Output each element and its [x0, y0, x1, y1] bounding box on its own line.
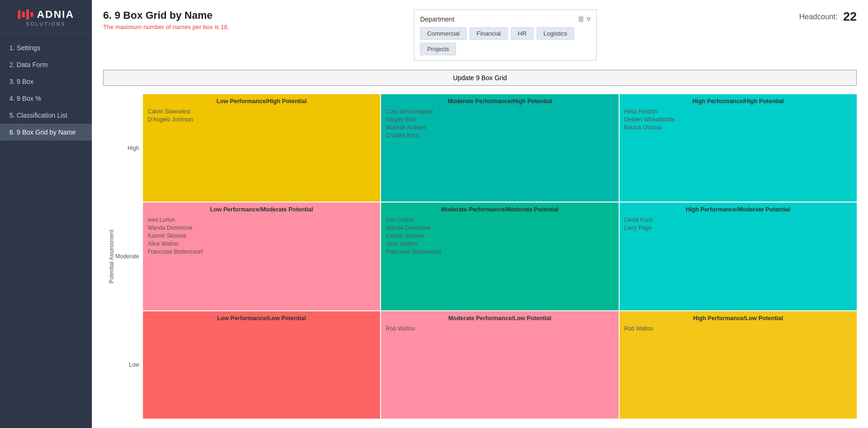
cell-title-low-perf-mod-pot: Low Performance/Moderate Potential	[148, 206, 375, 213]
cell-name: Barack Obama	[624, 124, 852, 131]
cell-title-mod-perf-low-pot: Moderate Performance/Low Potential	[386, 315, 614, 322]
cell-title-high-perf-high-pot: High Performance/High Potential	[624, 98, 852, 105]
y-label-low: Low	[117, 310, 143, 419]
logo-text: ADNIA	[37, 8, 75, 21]
dept-filter-header: Department ≣ ▿	[420, 15, 591, 23]
update-button[interactable]: Update 9 Box Grid	[103, 70, 857, 86]
grid-cell-high-perf-low-pot: High Performance/Low PotentialRob Walton	[620, 311, 857, 419]
cell-name: Francoise Bettencourt	[386, 248, 614, 255]
headcount-label: Headcount:	[799, 13, 838, 21]
sidebar-item-data-form[interactable]: 2. Data Form	[0, 56, 92, 73]
logo-area: ADNIA SOLUTIONS	[0, 0, 92, 34]
cell-name: Sergey Brin	[386, 116, 614, 123]
cell-name: Delbert Whealbiddle	[624, 116, 852, 123]
cell-name: Ives Lurlun	[386, 217, 614, 223]
logo-sub: SOLUTIONS	[26, 22, 66, 27]
cell-name: Kasmir Skisove	[386, 233, 614, 239]
sidebar-item-9box-name[interactable]: 6. 9 Box Grid by Name	[0, 124, 92, 141]
page-title: 6. 9 Box Grid by Name	[103, 9, 229, 22]
filter-icons: ≣ ▿	[578, 15, 591, 23]
cell-title-high-perf-mod-pot: High Performance/Moderate Potential	[624, 206, 852, 213]
cell-name: Calvin Skeewlest	[148, 108, 375, 115]
dept-tags: CommercialFinancialHRLogisticsProjects	[420, 27, 591, 55]
cell-title-mod-perf-high-pot: Moderate Performance/High Potential	[386, 98, 614, 105]
grid-cell-high-perf-mod-pot: High Performance/Moderate PotentialDavid…	[620, 203, 857, 310]
headcount-value: 22	[843, 9, 857, 24]
dept-filter-label: Department	[420, 15, 454, 23]
cell-name: Alice Walton	[148, 240, 375, 247]
grid-cell-low-perf-low-pot: Low Performance/Low Potential	[143, 311, 380, 419]
sidebar-nav: 1. Settings2. Data Form3. 9 Box4. 9 Box …	[0, 34, 92, 428]
cell-name: Wanda Dommove	[386, 225, 614, 231]
cell-name: Rob Walton	[386, 325, 614, 332]
sidebar-item-settings[interactable]: 1. Settings	[0, 39, 92, 56]
cell-title-low-perf-low-pot: Low Performance/Low Potential	[148, 315, 375, 322]
sidebar-item-class-list[interactable]: 5. Classification List	[0, 107, 92, 124]
main-content: 6. 9 Box Grid by Name The maximum number…	[92, 0, 868, 428]
header-left: 6. 9 Box Grid by Name The maximum number…	[103, 9, 229, 30]
cell-name: Hilda Hostish	[624, 108, 852, 115]
warning-text: The maximum number of names per box is 1…	[103, 23, 229, 30]
y-label-high: High	[117, 94, 143, 203]
sidebar-item-9box-pct[interactable]: 4. 9 Box %	[0, 90, 92, 107]
cell-name: D'Angelo Jonhson	[148, 116, 375, 123]
dept-filter: Department ≣ ▿ CommercialFinancialHRLogi…	[414, 9, 597, 60]
list-icon[interactable]: ≣	[578, 15, 584, 23]
header-row: 6. 9 Box Grid by Name The maximum number…	[103, 9, 857, 60]
cell-title-high-perf-low-pot: High Performance/Low Potential	[624, 315, 852, 322]
cell-name: Mukesh Ambani	[386, 124, 614, 131]
logo-icon	[18, 9, 33, 20]
y-labels: HighModerateLow	[117, 94, 143, 419]
grid-cell-low-perf-mod-pot: Low Performance/Moderate PotentialIves L…	[143, 203, 380, 310]
sidebar-item-9box[interactable]: 3. 9 Box	[0, 73, 92, 90]
cell-name: Rob Walton	[624, 325, 852, 332]
dept-tag-projects[interactable]: Projects	[420, 43, 456, 55]
dept-tag-commercial[interactable]: Commercial	[420, 27, 466, 40]
grid-content: Low Performance/High PotentialCalvin Ske…	[143, 94, 857, 419]
dept-tag-logistics[interactable]: Logistics	[537, 27, 575, 40]
y-label-moderate: Moderate	[117, 203, 143, 311]
dept-tag-hr[interactable]: HR	[511, 27, 534, 40]
cell-title-low-perf-high-pot: Low Performance/High Potential	[148, 98, 375, 105]
dept-tag-financial[interactable]: Financial	[470, 27, 508, 40]
grid-row-low: Low Performance/Low PotentialModerate Pe…	[143, 311, 857, 419]
grid-cell-low-perf-high-pot: Low Performance/High PotentialCalvin Ske…	[143, 94, 380, 202]
cell-name: Larry Page	[624, 225, 852, 231]
cell-name: Wanda Dommove	[148, 225, 375, 231]
grid-outer: Potential Assessment HighModerateLow Low…	[103, 94, 857, 419]
filter-icon[interactable]: ▿	[587, 15, 591, 23]
cell-name: Kasmir Skisove	[148, 233, 375, 239]
cell-name: Alice Walton	[386, 240, 614, 247]
grid-cell-mod-perf-low-pot: Moderate Performance/Low PotentialRob Wa…	[381, 311, 618, 419]
sidebar: ADNIA SOLUTIONS 1. Settings2. Data Form3…	[0, 0, 92, 428]
cell-name: Ives Lurlun	[148, 217, 375, 223]
grid-row-moderate: Low Performance/Moderate PotentialIves L…	[143, 203, 857, 310]
cell-name: David Koch	[624, 217, 852, 223]
cell-name: Cora Wronchopper	[386, 108, 614, 115]
grid-cell-mod-perf-mod-pot: Moderate Performance/Moderate PotentialI…	[381, 203, 618, 310]
cell-name: Charles Koch	[386, 132, 614, 139]
grid-row-high: Low Performance/High PotentialCalvin Ske…	[143, 94, 857, 202]
y-axis-label: Potential Assessment	[105, 230, 115, 284]
cell-title-mod-perf-mod-pot: Moderate Performance/Moderate Potential	[386, 206, 614, 213]
cell-name: Francoise Bettencourt	[148, 248, 375, 255]
headcount-area: Headcount: 22	[782, 9, 857, 24]
grid-cell-high-perf-high-pot: High Performance/High PotentialHilda Hos…	[620, 94, 857, 202]
grid-cell-mod-perf-high-pot: Moderate Performance/High PotentialCora …	[381, 94, 618, 202]
